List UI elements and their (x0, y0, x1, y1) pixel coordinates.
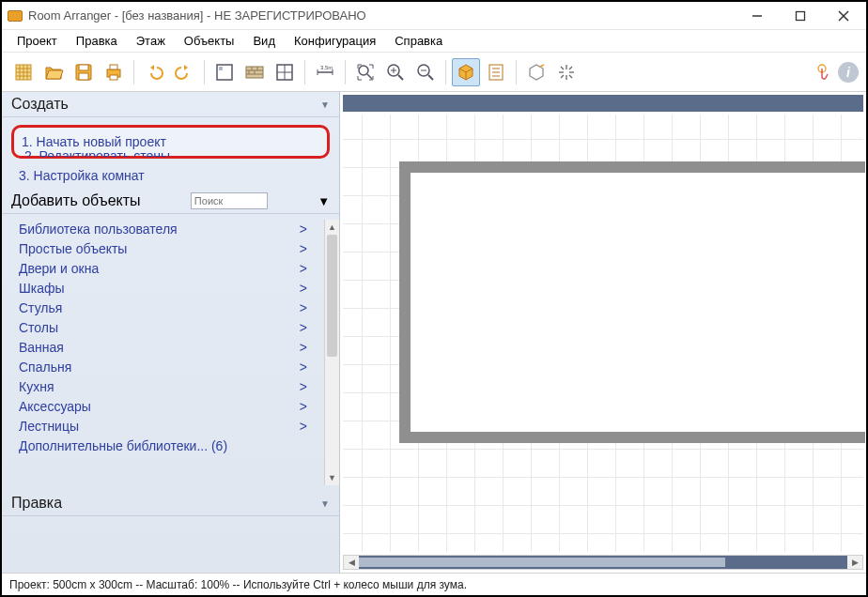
window-title: Room Arranger - [без названия] - НЕ ЗАРЕ… (28, 8, 746, 23)
undo-button[interactable] (140, 58, 168, 86)
app-icon (8, 10, 23, 22)
scroll-down-icon[interactable]: ▼ (325, 470, 339, 485)
new-button[interactable] (9, 58, 38, 86)
lib-chairs[interactable]: Стулья> (19, 298, 320, 318)
walls-button[interactable] (210, 58, 239, 86)
sparkle-button[interactable] (552, 58, 581, 86)
print-button[interactable] (100, 58, 128, 86)
menubar: Проект Правка Этаж Объекты Вид Конфигура… (2, 30, 866, 53)
info-icon[interactable]: i (838, 62, 859, 83)
svg-point-33 (359, 66, 368, 75)
section-add-title: Добавить объекты (11, 192, 141, 209)
section-add-objects: Добавить объекты ▼ (2, 189, 339, 214)
titlebar: Room Arranger - [без названия] - НЕ ЗАРЕ… (2, 2, 866, 30)
chevron-down-icon: ▼ (320, 100, 330, 110)
lib-doors-windows[interactable]: Двери и окна> (19, 259, 320, 279)
statusbar: Проект: 500cm x 300cm -- Масштаб: 100% -… (2, 573, 866, 595)
minimize-button[interactable] (746, 5, 768, 27)
svg-rect-16 (110, 75, 117, 80)
svg-line-51 (569, 75, 572, 78)
export-button[interactable] (522, 58, 550, 86)
sidebar: Создать ▼ 1. Начать новый проект 2. Реда… (2, 92, 340, 573)
lib-accessories[interactable]: Аксессуары> (19, 397, 320, 417)
svg-line-52 (561, 75, 564, 78)
lib-bathroom[interactable]: Ванная> (19, 338, 320, 358)
menu-config[interactable]: Конфигурация (285, 32, 385, 50)
menu-edit[interactable]: Правка (67, 32, 127, 50)
canvas-area[interactable]: ◀ ▶ (340, 92, 866, 573)
svg-line-40 (428, 75, 433, 80)
section-edit[interactable]: Правка ▼ (2, 491, 339, 516)
lib-kitchen[interactable]: Кухня> (19, 377, 320, 397)
scroll-thumb[interactable] (327, 235, 337, 357)
svg-rect-15 (110, 65, 117, 69)
search-input[interactable] (191, 192, 268, 209)
lib-additional[interactable]: Дополнительные библиотеки... (6) (19, 436, 320, 456)
svg-line-50 (561, 67, 564, 69)
section-edit-title: Правка (11, 495, 62, 512)
chevron-down-icon: ▼ (318, 194, 330, 208)
lib-cabinets[interactable]: Шкафы> (19, 279, 320, 298)
svg-line-36 (398, 75, 403, 80)
svg-rect-1 (797, 11, 805, 20)
status-text: Проект: 500cm x 300cm -- Масштаб: 100% -… (9, 578, 467, 591)
scroll-thumb[interactable] (359, 558, 725, 567)
create-highlight-box: 1. Начать новый проект 2. Редактировать … (11, 125, 330, 159)
room-outline[interactable] (399, 161, 865, 443)
canvas[interactable] (343, 115, 863, 552)
3d-view-button[interactable] (452, 58, 480, 86)
svg-rect-13 (79, 73, 88, 80)
section-create[interactable]: Создать ▼ (2, 92, 339, 117)
zoom-fit-button[interactable] (351, 58, 380, 86)
touch-button[interactable] (808, 58, 836, 86)
lib-tables[interactable]: Столы> (19, 318, 320, 338)
menu-objects[interactable]: Объекты (175, 32, 244, 50)
save-button[interactable] (70, 58, 98, 86)
open-button[interactable] (39, 58, 68, 86)
rooms-button[interactable] (271, 58, 299, 86)
brick-button[interactable] (240, 58, 269, 86)
maximize-button[interactable] (789, 5, 812, 27)
menu-view[interactable]: Вид (243, 32, 285, 50)
zoom-out-button[interactable] (411, 58, 440, 86)
lib-simple[interactable]: Простые объекты> (19, 239, 320, 259)
svg-line-53 (569, 67, 572, 69)
measure-button[interactable]: 3,5m (311, 58, 339, 86)
zoom-in-button[interactable] (381, 58, 410, 86)
menu-help[interactable]: Справка (385, 32, 452, 50)
svg-rect-18 (219, 67, 223, 70)
lib-user[interactable]: Библиотека пользователя> (19, 220, 320, 239)
library-list: Библиотека пользователя> Простые объекты… (2, 220, 324, 485)
svg-line-34 (367, 74, 372, 79)
scroll-left-icon[interactable]: ◀ (344, 556, 359, 569)
redo-button[interactable] (170, 58, 198, 86)
menu-project[interactable]: Проект (8, 32, 67, 50)
lib-bedroom[interactable]: Спальня> (19, 358, 320, 377)
list-button[interactable] (482, 58, 510, 86)
svg-text:3,5m: 3,5m (320, 65, 333, 70)
horizontal-scrollbar[interactable]: ◀ ▶ (343, 555, 863, 570)
scroll-up-icon[interactable]: ▲ (325, 220, 339, 235)
create-edit-walls-clipped[interactable]: 2. Редактировать стены (24, 148, 170, 157)
menu-floor[interactable]: Этаж (127, 32, 175, 50)
ruler-top (343, 95, 863, 112)
create-setup-rooms[interactable]: 3. Настройка комнат (2, 166, 339, 189)
sidebar-scrollbar[interactable]: ▲ ▼ (324, 220, 339, 485)
scroll-right-icon[interactable]: ▶ (847, 556, 862, 569)
svg-rect-12 (79, 65, 88, 70)
close-button[interactable] (832, 5, 855, 27)
section-create-title: Создать (11, 96, 69, 113)
lib-stairs[interactable]: Лестницы> (19, 417, 320, 436)
chevron-down-icon: ▼ (320, 498, 330, 509)
toolbar: 3,5m i (2, 53, 866, 92)
